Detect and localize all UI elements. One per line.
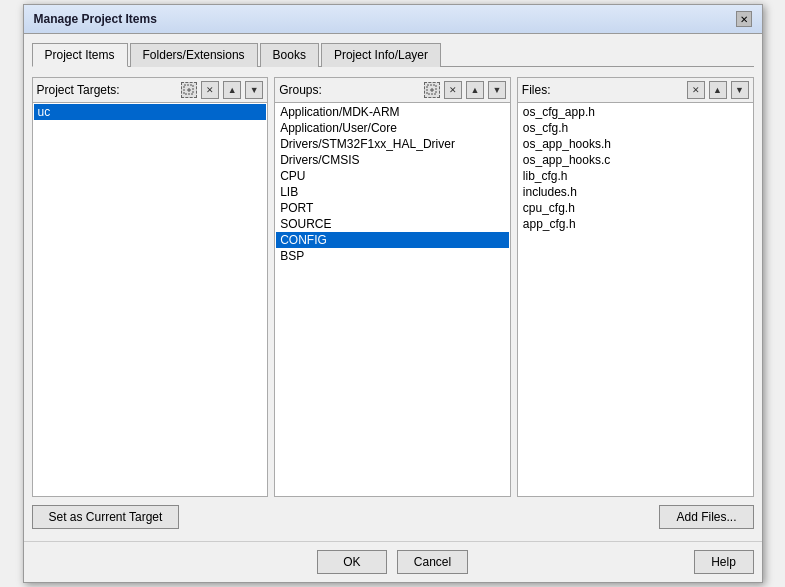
- groups-header: Groups: ✕ ▲ ▼: [275, 78, 510, 103]
- list-item[interactable]: os_app_hooks.h: [519, 136, 752, 152]
- targets-header: Project Targets: ✕ ▲ ▼: [33, 78, 268, 103]
- list-item[interactable]: app_cfg.h: [519, 216, 752, 232]
- groups-new-button[interactable]: [424, 82, 440, 98]
- groups-delete-button[interactable]: ✕: [444, 81, 462, 99]
- tab-project-info-layer[interactable]: Project Info/Layer: [321, 43, 441, 67]
- dialog-title: Manage Project Items: [34, 12, 157, 26]
- tab-folders-extensions[interactable]: Folders/Extensions: [130, 43, 258, 67]
- list-item[interactable]: Drivers/STM32F1xx_HAL_Driver: [276, 136, 509, 152]
- groups-down-button[interactable]: ▼: [488, 81, 506, 99]
- dialog-body: Project Items Folders/Extensions Books P…: [24, 34, 762, 537]
- footer-wrap: OK Cancel Help: [24, 541, 762, 582]
- list-item[interactable]: os_cfg.h: [519, 120, 752, 136]
- files-list[interactable]: os_cfg_app.hos_cfg.hos_app_hooks.hos_app…: [518, 103, 753, 496]
- targets-new-button[interactable]: [181, 82, 197, 98]
- list-item[interactable]: os_cfg_app.h: [519, 104, 752, 120]
- files-header: Files: ✕ ▲ ▼: [518, 78, 753, 103]
- targets-down-button[interactable]: ▼: [245, 81, 263, 99]
- list-item[interactable]: os_app_hooks.c: [519, 152, 752, 168]
- groups-panel: Groups: ✕ ▲ ▼ Application/MDK-ARMApplica…: [274, 77, 511, 497]
- targets-label: Project Targets:: [37, 83, 178, 97]
- cancel-button[interactable]: Cancel: [397, 550, 468, 574]
- list-item[interactable]: uc: [34, 104, 267, 120]
- list-item[interactable]: Application/User/Core: [276, 120, 509, 136]
- list-item[interactable]: BSP: [276, 248, 509, 264]
- targets-up-button[interactable]: ▲: [223, 81, 241, 99]
- dialog-footer: OK Cancel Help: [24, 541, 762, 582]
- close-button[interactable]: ✕: [736, 11, 752, 27]
- groups-list[interactable]: Application/MDK-ARMApplication/User/Core…: [275, 103, 510, 496]
- bottom-row: Set as Current Target Add Files...: [32, 505, 754, 529]
- list-item[interactable]: PORT: [276, 200, 509, 216]
- groups-label: Groups:: [279, 83, 420, 97]
- files-down-button[interactable]: ▼: [731, 81, 749, 99]
- bottom-left: Set as Current Target: [32, 505, 393, 529]
- bottom-right: Add Files...: [393, 505, 754, 529]
- files-panel: Files: ✕ ▲ ▼ os_cfg_app.hos_cfg.hos_app_…: [517, 77, 754, 497]
- list-item[interactable]: lib_cfg.h: [519, 168, 752, 184]
- targets-panel: Project Targets: ✕ ▲ ▼ uc: [32, 77, 269, 497]
- list-item[interactable]: Application/MDK-ARM: [276, 104, 509, 120]
- manage-project-dialog: Manage Project Items ✕ Project Items Fol…: [23, 4, 763, 583]
- help-button[interactable]: Help: [694, 550, 754, 574]
- list-item[interactable]: Drivers/CMSIS: [276, 152, 509, 168]
- list-item[interactable]: CONFIG: [276, 232, 509, 248]
- files-label: Files:: [522, 83, 683, 97]
- tab-bar: Project Items Folders/Extensions Books P…: [32, 42, 754, 67]
- list-item[interactable]: cpu_cfg.h: [519, 200, 752, 216]
- title-bar: Manage Project Items ✕: [24, 5, 762, 34]
- tab-books[interactable]: Books: [260, 43, 319, 67]
- list-item[interactable]: CPU: [276, 168, 509, 184]
- targets-delete-button[interactable]: ✕: [201, 81, 219, 99]
- files-delete-button[interactable]: ✕: [687, 81, 705, 99]
- tab-project-items[interactable]: Project Items: [32, 43, 128, 67]
- list-item[interactable]: includes.h: [519, 184, 752, 200]
- list-item[interactable]: SOURCE: [276, 216, 509, 232]
- ok-button[interactable]: OK: [317, 550, 387, 574]
- list-item[interactable]: LIB: [276, 184, 509, 200]
- add-files-button[interactable]: Add Files...: [659, 505, 753, 529]
- content-area: Project Targets: ✕ ▲ ▼ uc Groups:: [32, 77, 754, 497]
- set-current-target-button[interactable]: Set as Current Target: [32, 505, 180, 529]
- groups-up-button[interactable]: ▲: [466, 81, 484, 99]
- targets-list[interactable]: uc: [33, 103, 268, 496]
- files-up-button[interactable]: ▲: [709, 81, 727, 99]
